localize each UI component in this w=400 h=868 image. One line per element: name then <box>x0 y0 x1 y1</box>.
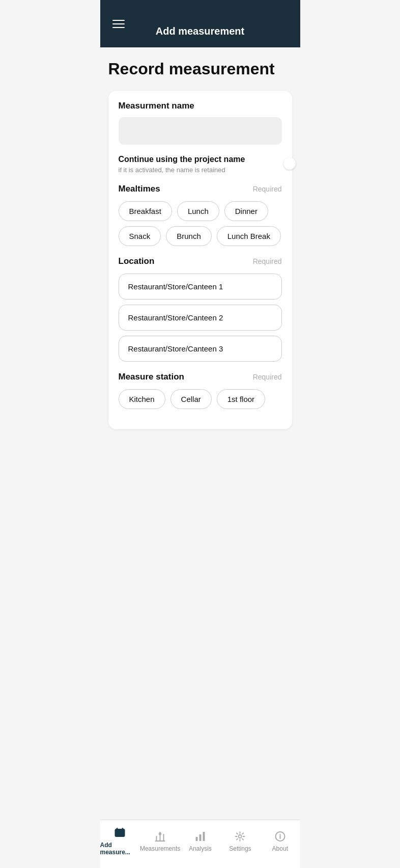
location-chip-canteen1[interactable]: Restaurant/Store/Canteen 1 <box>119 274 282 300</box>
mealtimes-label: Mealtimes <box>119 184 160 194</box>
measure-station-section-header: Measure station Required <box>119 372 282 382</box>
measure-station-chips: Kitchen Cellar 1st floor <box>119 389 282 409</box>
project-name-subtitle: if it is activated, the name is retained <box>119 166 276 174</box>
main-content: Record measurement Measurment name Conti… <box>100 47 300 480</box>
page-title: Record measurement <box>108 60 292 78</box>
hamburger-line-1 <box>112 20 125 21</box>
measure-station-label: Measure station <box>119 372 184 382</box>
location-label: Location <box>119 256 155 266</box>
mealtime-chip-dinner[interactable]: Dinner <box>224 201 268 221</box>
mealtime-chip-lunch-break[interactable]: Lunch Break <box>217 226 281 246</box>
location-section-header: Location Required <box>119 256 282 266</box>
mealtime-chip-lunch[interactable]: Lunch <box>177 201 219 221</box>
project-name-row: Continue using the project name if it is… <box>119 155 282 174</box>
project-name-text: Continue using the project name if it is… <box>119 155 276 174</box>
location-chips: Restaurant/Store/Canteen 1 Restaurant/St… <box>119 274 282 362</box>
mealtime-chip-breakfast[interactable]: Breakfast <box>119 201 172 221</box>
station-chip-1st-floor[interactable]: 1st floor <box>217 389 265 409</box>
project-name-title: Continue using the project name <box>119 155 276 164</box>
header-title: Add measurement <box>156 25 245 37</box>
mealtimes-section-header: Mealtimes Required <box>119 184 282 194</box>
form-card: Measurment name Continue using the proje… <box>108 91 292 429</box>
mealtimes-chips: Breakfast Lunch Dinner Snack Brunch Lunc… <box>119 201 282 246</box>
station-chip-kitchen[interactable]: Kitchen <box>119 389 165 409</box>
menu-button[interactable] <box>110 18 127 30</box>
hamburger-line-2 <box>112 23 125 24</box>
location-chip-canteen2[interactable]: Restaurant/Store/Canteen 2 <box>119 305 282 331</box>
mealtime-chip-brunch[interactable]: Brunch <box>166 226 212 246</box>
mealtimes-required: Required <box>253 185 282 193</box>
header: Add measurement <box>100 0 300 47</box>
location-chip-canteen3[interactable]: Restaurant/Store/Canteen 3 <box>119 336 282 362</box>
measurement-name-input[interactable] <box>119 117 282 145</box>
hamburger-line-3 <box>112 27 125 28</box>
mealtime-chip-snack[interactable]: Snack <box>119 226 161 246</box>
station-chip-cellar[interactable]: Cellar <box>170 389 212 409</box>
measurement-name-label: Measurment name <box>119 101 282 111</box>
location-required: Required <box>253 257 282 265</box>
measure-station-required: Required <box>253 373 282 381</box>
